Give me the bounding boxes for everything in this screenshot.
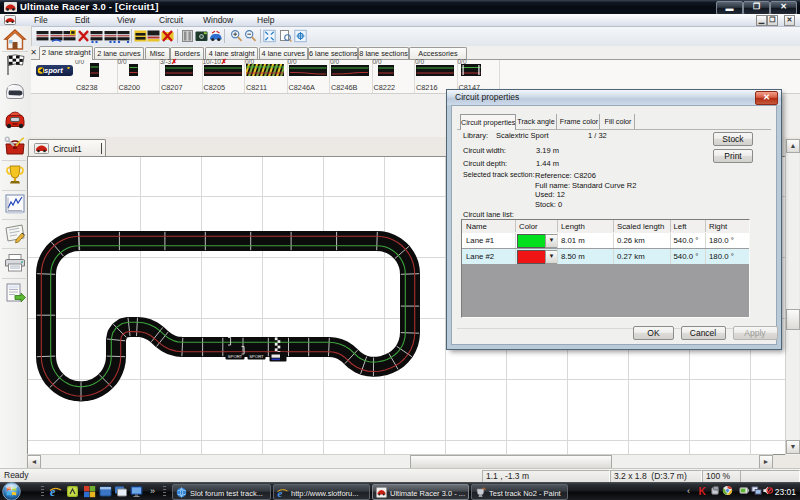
document-icon[interactable] [4,15,16,25]
task-button-3[interactable]: Ultimate Racer 3.0 - ... [372,484,469,500]
zoom-page-button[interactable] [279,29,292,43]
delete-section-button[interactable] [77,29,90,43]
center-view-button[interactable] [294,29,307,43]
dialog-titlebar[interactable]: Circuit properties ✕ [447,90,781,105]
quicklaunch-media-app-icon[interactable] [66,485,79,498]
sidebar-home-icon[interactable] [3,28,27,52]
task-button-1[interactable]: Slot forum test track... [172,484,271,500]
quicklaunch-internet-explorer-icon[interactable]: e [49,485,62,498]
taskbar-clock[interactable]: 23:01 [775,487,796,497]
cancel-button[interactable]: Cancel [681,326,726,340]
tray-network-icon[interactable] [751,485,762,496]
lane-row-1[interactable]: Lane #1 ▼ 8.01 m 0.26 km 540.0 ° 180.0 ° [462,233,749,248]
quicklaunch-overflow-chevron[interactable]: » [150,486,155,496]
dialog-tab-circuit-properties[interactable]: Circuit properties [460,114,516,130]
sidebar-export-icon[interactable] [3,281,27,305]
lane-row-2[interactable]: Lane #2 ▼ 8.50 m 0.27 km 540.0 ° 180.0 ° [462,249,749,264]
dialog-tab-fill-color[interactable]: Fill color [602,114,635,129]
quicklaunch-window-switcher-icon[interactable] [114,485,127,498]
hscroll-thumb[interactable] [410,455,612,469]
connect-left-button[interactable] [90,29,103,43]
curve-section-button[interactable] [50,29,63,43]
tray-collapse-chevron[interactable]: ‹ [687,486,690,496]
sidebar-notepad-icon[interactable] [3,221,27,245]
zoom-out-button[interactable] [244,29,257,43]
minimize-button[interactable]: ▬ [716,1,743,15]
print-button[interactable]: Print [713,149,753,163]
vscroll-thumb[interactable] [786,309,800,330]
quicklaunch-photo-gallery-icon[interactable] [83,485,96,498]
menu-edit[interactable]: Edit [75,15,90,25]
tray-battery-icon[interactable] [739,485,750,496]
straight-section-button[interactable] [36,29,49,43]
col-left[interactable]: Left [670,220,707,232]
menu-circuit[interactable]: Circuit [159,15,183,25]
palette-item-c8200[interactable]: 0/0 C8200 [117,60,161,93]
menu-view[interactable]: View [117,15,135,25]
menu-file[interactable]: File [34,15,48,25]
dialog-tab-frame-color[interactable]: Frame color [559,114,600,129]
mdi-minimize-button[interactable]: ▁ [756,15,767,26]
dialog-close-button[interactable]: ✕ [755,91,778,105]
connect-right-button[interactable] [104,29,117,43]
sidebar-flag-icon[interactable] [3,53,27,77]
menu-window[interactable]: Window [203,15,233,25]
start-button[interactable] [2,482,21,500]
sidebar-helmet-icon[interactable] [3,80,27,104]
tray-volume-muted-icon[interactable] [762,485,773,496]
palette-item-c8246b[interactable]: 0/0 C8246B [329,60,373,93]
palette-item-c8238[interactable]: 0/0 C8238 [74,60,118,93]
palette-tab-2-lane-straight[interactable]: 2 lane straight [39,46,94,60]
tray-device-icon[interactable] [710,485,721,496]
maximize-button[interactable]: ❐ [743,1,770,15]
dialog-tab-track-angle[interactable]: Track angle [516,114,557,129]
lane1-color-swatch[interactable] [517,234,547,248]
mdi-restore-button[interactable]: ❐ [767,15,778,26]
palette-item-c8207[interactable]: 3/-3✗ C8207 [159,60,203,93]
border-section-button[interactable] [134,29,147,43]
col-length[interactable]: Length [557,220,614,232]
palette-item-c8222[interactable]: 0/0 C8222 [372,60,416,93]
sidebar-printer-icon[interactable] [3,251,27,275]
tray-chrome-icon[interactable] [722,485,733,496]
pit-lane-button[interactable] [181,29,194,43]
sidebar-car-icon[interactable] [3,107,27,131]
col-name[interactable]: Name [462,220,516,232]
col-right[interactable]: Right [705,220,751,232]
canvas-hscrollbar[interactable]: ◄ ► [27,454,773,468]
snapshot-button[interactable] [195,29,208,43]
palette-item-c8205[interactable]: 10/-10✗ C8205 [202,60,246,93]
car-tool-button[interactable] [209,29,222,43]
delete-border-button[interactable] [161,29,174,43]
quicklaunch-show-desktop-icon[interactable] [99,485,112,498]
vscroll-up-arrow[interactable]: ▲ [786,139,800,153]
lane2-color-swatch[interactable] [517,250,547,264]
special-section-button[interactable] [63,29,76,43]
sidebar-trophy-icon[interactable] [3,162,27,186]
canvas-vscrollbar[interactable]: ▲ ▼ [785,139,799,455]
col-color[interactable]: Color [515,220,558,232]
hscroll-right-arrow[interactable]: ► [759,455,773,469]
menu-help[interactable]: Help [257,15,274,25]
document-tab-circuit1[interactable]: Circuit1 [28,139,106,157]
sidebar-toolbox-icon[interactable] [3,134,27,158]
mdi-close-button[interactable]: ✕ [784,15,795,26]
vscroll-down-arrow[interactable]: ▼ [786,440,800,454]
palette-close-icon[interactable]: ✕ [29,48,38,57]
border-curve-button[interactable] [147,29,160,43]
close-button[interactable]: ✕ [770,1,797,15]
apply-button[interactable]: Apply [733,326,778,340]
stock-button[interactable]: Stock [713,132,753,146]
col-scaled-length[interactable]: Scaled length [613,220,671,232]
connect-both-button[interactable] [117,29,130,43]
quicklaunch-display-icon[interactable] [130,485,143,498]
zoom-fit-button[interactable] [263,29,276,43]
hscroll-left-arrow[interactable]: ◄ [27,455,41,469]
palette-item-c8211[interactable]: 0/0 C8211 [244,60,288,93]
task-button-4[interactable]: Test track No2 - Paint [471,484,568,500]
task-button-2[interactable]: e http://www.slotforu... [273,484,370,500]
ok-button[interactable]: OK [633,326,674,340]
zoom-in-button[interactable] [230,29,243,43]
palette-item-c8246a[interactable]: 0/0 C8246A [287,60,331,93]
tray-kaspersky-icon[interactable]: K [697,485,708,496]
